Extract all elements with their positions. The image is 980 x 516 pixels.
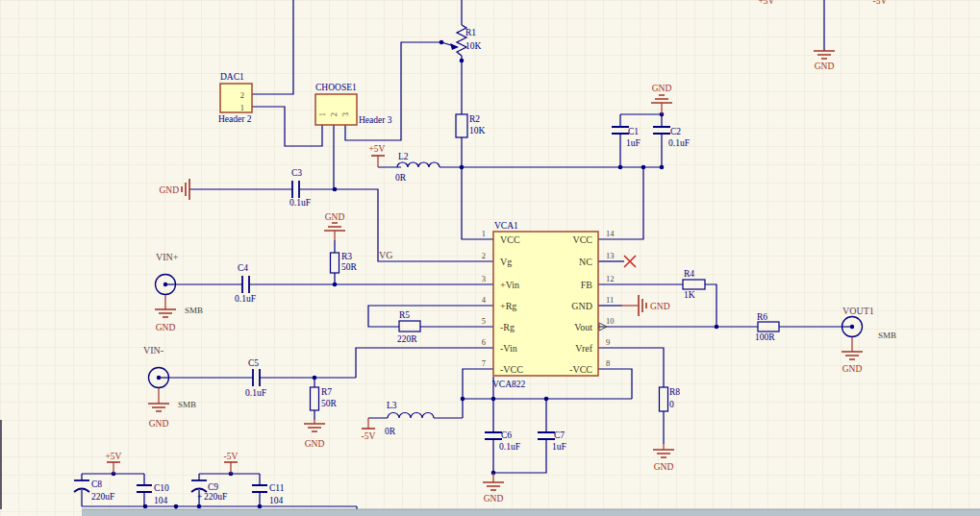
value: 1uF [626, 138, 641, 148]
value: 100R [755, 332, 775, 342]
designator: R5 [399, 310, 410, 320]
pin-number: 1 [317, 112, 327, 116]
pin-number: 5 [482, 316, 486, 326]
header-type: Header 2 [218, 114, 252, 124]
pin-number: 9 [606, 337, 610, 347]
pin-name: +Vin [500, 280, 519, 290]
gnd-label: GND [325, 212, 345, 222]
value: 0.1uF [668, 138, 690, 148]
ic-vca1[interactable]: VCA1 VCA822 1 2 3 4 5 6 7 14 13 12 11 10… [482, 221, 616, 389]
gnd-label: GND [484, 494, 504, 504]
pin-name: NC [579, 257, 592, 267]
designator: C5 [248, 358, 259, 368]
pin-name: -VCC [569, 364, 592, 375]
designator: C7 [554, 430, 565, 440]
pin-number: 2 [482, 251, 486, 260]
pin-name: Vref [575, 343, 592, 354]
designator: C6 [501, 430, 512, 440]
sheet-edge [82, 509, 980, 516]
gnd-label: GND [156, 323, 176, 332]
net-label-vg[interactable]: VG [379, 250, 392, 260]
p5v-label: +5V [106, 452, 122, 461]
header-ref: CHOOSE1 [315, 83, 357, 92]
gnd-label: GND [842, 364, 863, 374]
connector-type: SMB [185, 306, 203, 315]
gnd-label: GND [305, 439, 325, 449]
value: 220R [397, 334, 417, 344]
pin-number: 3 [340, 112, 350, 116]
pin-name: -VCC [500, 364, 523, 375]
value: 1uF [552, 442, 566, 452]
p5v-label: +5V [369, 144, 386, 154]
designator: C4 [238, 263, 248, 273]
pin-number: 12 [606, 274, 615, 283]
header-ref: DAC1 [220, 72, 244, 82]
designator: C10 [154, 483, 169, 493]
ic-ref: VCA1 [494, 221, 518, 231]
pin-number: 2 [240, 90, 244, 100]
pin-name: VCC [572, 234, 592, 245]
pin-name: -Vin [500, 343, 517, 354]
pin-number: 1 [482, 229, 486, 238]
value: 0R [395, 173, 407, 183]
schematic-sheet: VCA1 VCA822 1 2 3 4 5 6 7 14 13 12 11 10… [0, 0, 980, 516]
value: 1K [684, 290, 695, 300]
pin-name: Vout [574, 322, 592, 332]
designator: R8 [669, 387, 680, 397]
value: 0.1uF [499, 442, 520, 452]
designator: R2 [469, 114, 480, 124]
value: 10K [469, 126, 486, 135]
pin-name: GND [571, 301, 592, 311]
pin-number: 10 [606, 316, 615, 326]
value: 220uF [91, 492, 114, 502]
pin-name: -Rg [500, 322, 515, 332]
gnd-label: GND [159, 185, 179, 195]
value: 0.1uF [245, 388, 266, 398]
pin-name: +Rg [500, 301, 516, 311]
pin-number: 11 [606, 295, 614, 305]
value: 0R [385, 427, 396, 436]
value: 50R [341, 262, 358, 272]
connector-type: SMB [178, 400, 196, 409]
gnd-label: GND [652, 84, 672, 93]
designator: R1 [465, 28, 476, 37]
pin-number: 8 [606, 358, 610, 368]
pin-number: 14 [606, 229, 615, 238]
value: 104 [269, 496, 284, 505]
value: 0 [669, 400, 674, 409]
gnd-label: GND [654, 462, 674, 472]
ic-part: VCA822 [492, 380, 526, 389]
value: 0.1uF [289, 198, 311, 208]
pin-name: Vg [500, 257, 512, 267]
value: 220uF [204, 492, 227, 502]
value: 10K [465, 41, 482, 51]
header-type: Header 3 [359, 115, 392, 125]
gnd-label: GND [815, 61, 835, 71]
n5v-label-clipped: -5V [873, 0, 888, 6]
designator: R4 [684, 269, 694, 279]
designator: C3 [291, 168, 302, 178]
value: 0.1uF [235, 294, 256, 304]
pin-number: 13 [606, 251, 615, 260]
value: 50R [321, 399, 338, 408]
designator: C11 [269, 483, 285, 493]
designator: C8 [91, 479, 102, 489]
pin-number: 1 [240, 103, 244, 112]
polarity-mark: + [197, 492, 202, 502]
designator: R7 [321, 387, 332, 397]
designator: L3 [387, 401, 397, 410]
net-label: VIN+ [156, 252, 179, 262]
designator: C1 [628, 127, 639, 136]
gnd-label: GND [650, 302, 670, 311]
designator: L2 [398, 152, 409, 161]
designator: C9 [208, 482, 218, 492]
n5v-label: -5V [224, 452, 239, 461]
value: 104 [154, 496, 168, 505]
gnd-label: GND [149, 419, 169, 429]
n5v-label: -5V [362, 431, 376, 441]
connector-type: SMB [878, 331, 896, 340]
pin-number: 3 [482, 274, 486, 283]
designator: R3 [341, 252, 352, 261]
p5v-label-clipped: +5V [759, 0, 775, 6]
designator: R6 [757, 312, 767, 322]
